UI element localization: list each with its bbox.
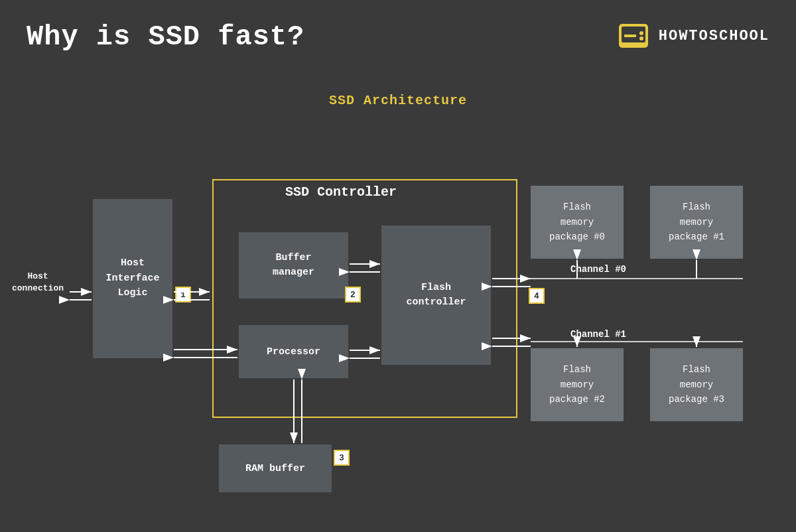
flash-controller-box: Flashcontroller — [381, 226, 491, 365]
svg-rect-6 — [624, 34, 636, 37]
channel-1-label: Channel #1 — [570, 329, 626, 340]
flash-pkg-3: Flashmemorypackage #3 — [650, 348, 743, 421]
ram-buffer-box: RAM buffer — [219, 444, 332, 492]
processor-box: Processor — [239, 325, 348, 378]
flash-pkg-0: Flashmemorypackage #0 — [531, 186, 624, 259]
badge-1: 1 — [175, 287, 191, 302]
host-connection-label: Hostconnection — [12, 271, 64, 295]
logo-icon — [616, 19, 651, 53]
logo-area: HOWTOSCHOOL — [616, 19, 769, 53]
badge-3: 3 — [334, 450, 350, 466]
badge-4: 4 — [529, 288, 545, 304]
ssd-controller-label: SSD Controller — [285, 184, 397, 200]
badge-2: 2 — [345, 287, 361, 302]
flash-pkg-1: Flashmemorypackage #1 — [650, 186, 743, 259]
buffer-manager-box: Buffermanager — [239, 232, 348, 299]
flash-pkg-2: Flashmemorypackage #2 — [531, 348, 624, 421]
svg-rect-2 — [628, 44, 632, 48]
diagram-subtitle: SSD Architecture — [329, 93, 467, 108]
page-title: Why is SSD fast? — [27, 21, 304, 53]
svg-point-4 — [639, 31, 643, 35]
svg-point-5 — [639, 36, 643, 40]
host-interface-logic-box: Host Interface Logic — [93, 199, 172, 358]
channel-0-label: Channel #0 — [570, 264, 626, 275]
svg-rect-3 — [635, 44, 639, 48]
logo-text: HOWTOSCHOOL — [659, 28, 769, 44]
